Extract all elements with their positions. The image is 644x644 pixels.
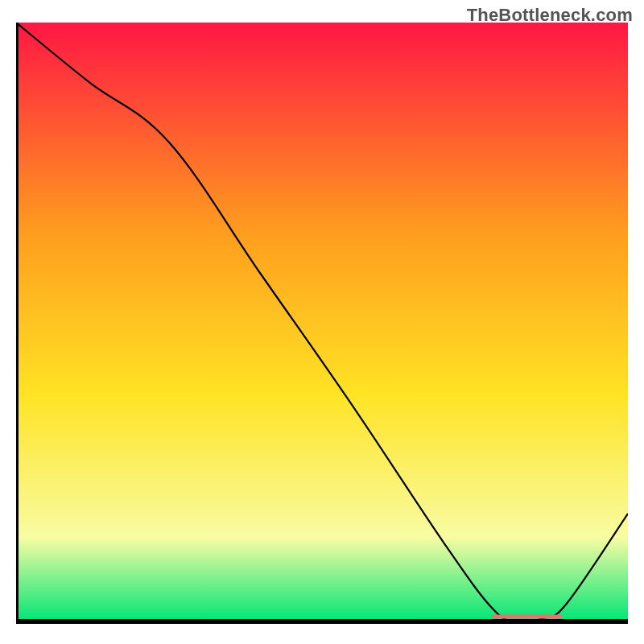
chart-svg [16,23,628,628]
gradient-background [16,23,628,621]
bottleneck-chart [16,23,628,628]
chart-container: TheBottleneck.com [0,0,644,644]
